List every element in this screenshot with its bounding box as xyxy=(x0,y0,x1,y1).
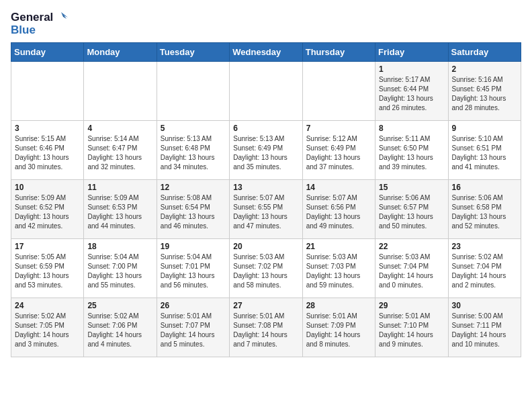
calendar-cell: 14Sunrise: 5:07 AM Sunset: 6:56 PM Dayli… xyxy=(302,179,375,238)
calendar-cell xyxy=(157,61,229,120)
calendar-cell: 17Sunrise: 5:05 AM Sunset: 6:59 PM Dayli… xyxy=(11,238,84,298)
day-info: Sunrise: 5:09 AM Sunset: 6:53 PM Dayligh… xyxy=(87,193,152,231)
day-number: 29 xyxy=(379,301,444,310)
day-info: Sunrise: 5:08 AM Sunset: 6:54 PM Dayligh… xyxy=(161,193,226,231)
day-info: Sunrise: 5:01 AM Sunset: 7:10 PM Dayligh… xyxy=(379,312,444,349)
calendar-header-row: SundayMondayTuesdayWednesdayThursdayFrid… xyxy=(11,42,521,61)
calendar-cell xyxy=(230,61,302,120)
day-number: 4 xyxy=(87,124,152,133)
day-number: 10 xyxy=(15,183,80,192)
day-info: Sunrise: 5:02 AM Sunset: 7:05 PM Dayligh… xyxy=(15,312,80,349)
calendar-cell: 1Sunrise: 5:17 AM Sunset: 6:44 PM Daylig… xyxy=(375,61,448,120)
day-number: 26 xyxy=(161,301,226,310)
day-header-monday: Monday xyxy=(84,42,157,61)
day-number: 1 xyxy=(379,64,444,74)
day-number: 24 xyxy=(15,301,80,310)
day-info: Sunrise: 5:00 AM Sunset: 7:11 PM Dayligh… xyxy=(452,312,517,349)
day-info: Sunrise: 5:02 AM Sunset: 7:06 PM Dayligh… xyxy=(87,312,152,349)
calendar-cell: 29Sunrise: 5:01 AM Sunset: 7:10 PM Dayli… xyxy=(375,298,448,357)
calendar-week-row: 3Sunrise: 5:15 AM Sunset: 6:46 PM Daylig… xyxy=(11,120,521,179)
day-info: Sunrise: 5:17 AM Sunset: 6:44 PM Dayligh… xyxy=(379,75,444,113)
day-number: 25 xyxy=(87,301,152,310)
calendar-cell: 18Sunrise: 5:04 AM Sunset: 7:00 PM Dayli… xyxy=(84,238,157,298)
day-number: 17 xyxy=(15,242,80,251)
calendar-cell: 12Sunrise: 5:08 AM Sunset: 6:54 PM Dayli… xyxy=(157,179,229,238)
day-info: Sunrise: 5:06 AM Sunset: 6:57 PM Dayligh… xyxy=(379,193,444,231)
day-info: Sunrise: 5:13 AM Sunset: 6:49 PM Dayligh… xyxy=(233,134,298,172)
calendar-table: SundayMondayTuesdayWednesdayThursdayFrid… xyxy=(11,42,521,357)
day-info: Sunrise: 5:13 AM Sunset: 6:48 PM Dayligh… xyxy=(161,134,226,172)
calendar-cell: 25Sunrise: 5:02 AM Sunset: 7:06 PM Dayli… xyxy=(84,298,157,357)
calendar-cell xyxy=(11,61,84,120)
calendar-cell: 20Sunrise: 5:03 AM Sunset: 7:02 PM Dayli… xyxy=(230,238,302,298)
calendar-cell: 4Sunrise: 5:14 AM Sunset: 6:47 PM Daylig… xyxy=(84,120,157,179)
day-number: 13 xyxy=(233,183,298,192)
day-header-friday: Friday xyxy=(375,42,448,61)
day-number: 20 xyxy=(233,242,298,251)
day-info: Sunrise: 5:07 AM Sunset: 6:56 PM Dayligh… xyxy=(306,193,371,231)
calendar-cell: 24Sunrise: 5:02 AM Sunset: 7:05 PM Dayli… xyxy=(11,298,84,357)
calendar-cell xyxy=(302,61,375,120)
day-info: Sunrise: 5:09 AM Sunset: 6:52 PM Dayligh… xyxy=(15,193,80,231)
calendar-week-row: 17Sunrise: 5:05 AM Sunset: 6:59 PM Dayli… xyxy=(11,238,521,298)
day-info: Sunrise: 5:03 AM Sunset: 7:04 PM Dayligh… xyxy=(379,253,444,290)
page-header: General Blue xyxy=(11,11,521,37)
day-info: Sunrise: 5:16 AM Sunset: 6:45 PM Dayligh… xyxy=(452,75,517,113)
calendar-cell: 13Sunrise: 5:07 AM Sunset: 6:55 PM Dayli… xyxy=(230,179,302,238)
calendar-cell: 28Sunrise: 5:01 AM Sunset: 7:09 PM Dayli… xyxy=(302,298,375,357)
day-number: 15 xyxy=(379,183,444,192)
calendar-cell: 23Sunrise: 5:02 AM Sunset: 7:04 PM Dayli… xyxy=(448,238,521,298)
logo-bird-icon xyxy=(54,11,68,24)
logo-blue: Blue xyxy=(11,24,68,37)
day-info: Sunrise: 5:03 AM Sunset: 7:02 PM Dayligh… xyxy=(233,253,298,290)
day-number: 14 xyxy=(306,183,371,192)
day-info: Sunrise: 5:14 AM Sunset: 6:47 PM Dayligh… xyxy=(87,134,152,172)
logo-general: General xyxy=(11,11,53,24)
day-info: Sunrise: 5:12 AM Sunset: 6:49 PM Dayligh… xyxy=(306,134,371,172)
day-number: 22 xyxy=(379,242,444,251)
day-header-saturday: Saturday xyxy=(448,42,521,61)
day-info: Sunrise: 5:02 AM Sunset: 7:04 PM Dayligh… xyxy=(452,253,517,290)
calendar-cell: 2Sunrise: 5:16 AM Sunset: 6:45 PM Daylig… xyxy=(448,61,521,120)
calendar-cell: 3Sunrise: 5:15 AM Sunset: 6:46 PM Daylig… xyxy=(11,120,84,179)
day-number: 28 xyxy=(306,301,371,310)
day-number: 9 xyxy=(452,124,517,133)
day-info: Sunrise: 5:04 AM Sunset: 7:01 PM Dayligh… xyxy=(161,253,226,290)
day-info: Sunrise: 5:03 AM Sunset: 7:03 PM Dayligh… xyxy=(306,253,371,290)
logo: General Blue xyxy=(11,11,68,37)
calendar-cell: 10Sunrise: 5:09 AM Sunset: 6:52 PM Dayli… xyxy=(11,179,84,238)
day-number: 11 xyxy=(87,183,152,192)
day-number: 3 xyxy=(15,124,80,133)
day-info: Sunrise: 5:01 AM Sunset: 7:07 PM Dayligh… xyxy=(161,312,226,349)
day-number: 2 xyxy=(452,64,517,74)
calendar-cell: 5Sunrise: 5:13 AM Sunset: 6:48 PM Daylig… xyxy=(157,120,229,179)
day-info: Sunrise: 5:04 AM Sunset: 7:00 PM Dayligh… xyxy=(87,253,152,290)
day-number: 19 xyxy=(161,242,226,251)
calendar-cell xyxy=(84,61,157,120)
day-number: 30 xyxy=(452,301,517,310)
day-number: 5 xyxy=(161,124,226,133)
calendar-week-row: 10Sunrise: 5:09 AM Sunset: 6:52 PM Dayli… xyxy=(11,179,521,238)
day-number: 8 xyxy=(379,124,444,133)
calendar-cell: 9Sunrise: 5:10 AM Sunset: 6:51 PM Daylig… xyxy=(448,120,521,179)
calendar-cell: 16Sunrise: 5:06 AM Sunset: 6:58 PM Dayli… xyxy=(448,179,521,238)
logo-container: General Blue xyxy=(11,11,68,37)
day-header-thursday: Thursday xyxy=(302,42,375,61)
calendar-cell: 27Sunrise: 5:01 AM Sunset: 7:08 PM Dayli… xyxy=(230,298,302,357)
calendar-cell: 6Sunrise: 5:13 AM Sunset: 6:49 PM Daylig… xyxy=(230,120,302,179)
day-number: 7 xyxy=(306,124,371,133)
calendar-cell: 19Sunrise: 5:04 AM Sunset: 7:01 PM Dayli… xyxy=(157,238,229,298)
svg-marker-1 xyxy=(61,12,66,19)
day-number: 23 xyxy=(452,242,517,251)
calendar-week-row: 24Sunrise: 5:02 AM Sunset: 7:05 PM Dayli… xyxy=(11,298,521,357)
day-number: 27 xyxy=(233,301,298,310)
day-info: Sunrise: 5:05 AM Sunset: 6:59 PM Dayligh… xyxy=(15,253,80,290)
calendar-cell: 22Sunrise: 5:03 AM Sunset: 7:04 PM Dayli… xyxy=(375,238,448,298)
day-header-tuesday: Tuesday xyxy=(157,42,229,61)
day-info: Sunrise: 5:11 AM Sunset: 6:50 PM Dayligh… xyxy=(379,134,444,172)
day-info: Sunrise: 5:06 AM Sunset: 6:58 PM Dayligh… xyxy=(452,193,517,231)
day-number: 6 xyxy=(233,124,298,133)
day-header-sunday: Sunday xyxy=(11,42,84,61)
day-number: 12 xyxy=(161,183,226,192)
day-info: Sunrise: 5:10 AM Sunset: 6:51 PM Dayligh… xyxy=(452,134,517,172)
